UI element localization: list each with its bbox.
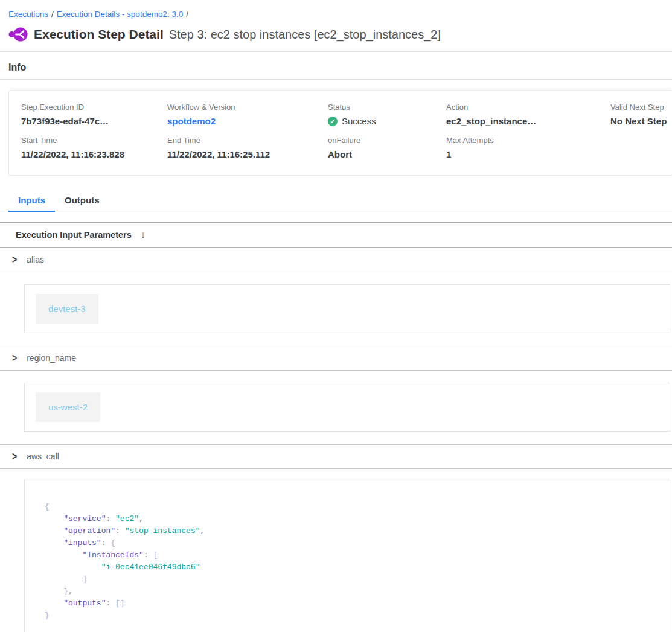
param-section-aws-call: > aws_call { "service": "ec2", "operatio…	[0, 444, 672, 632]
field-value: 11/22/2022, 11:16:23.828	[21, 149, 167, 159]
code-block: { "service": "ec2", "operation": "stop_i…	[45, 501, 658, 622]
field-action: Action ec2_stop_instance…	[446, 103, 610, 126]
field-value: 11/22/2022, 11:16:25.112	[167, 149, 328, 159]
field-label: End Time	[167, 136, 328, 145]
section-content: devtest-3	[24, 284, 670, 333]
info-section-heading: Info	[8, 62, 672, 73]
section-name: alias	[27, 255, 44, 264]
breadcrumb-separator: /	[186, 10, 188, 19]
tab-outputs[interactable]: Outputs	[55, 195, 109, 212]
tab-bar: Inputs Outputs	[0, 195, 672, 212]
field-valid-next-step: Valid Next Step No Next Step	[610, 103, 672, 126]
breadcrumb-link-executions[interactable]: Executions	[8, 10, 48, 19]
field-value: No Next Step	[610, 116, 672, 126]
param-section-alias: > alias devtest-3	[0, 248, 672, 333]
breadcrumb-link-execution-details[interactable]: Execution Details - spotdemo2: 3.0	[57, 10, 183, 19]
field-start-time: Start Time 11/22/2022, 11:16:23.828	[21, 136, 167, 159]
status-badge: ✓ Success	[328, 116, 446, 126]
breadcrumb-separator: /	[51, 10, 54, 19]
field-onfailure: onFailure Abort	[328, 136, 446, 159]
field-value: Abort	[328, 149, 446, 159]
page-header: Execution Step Detail Step 3: ec2 stop i…	[8, 27, 672, 42]
section-name: region_name	[27, 353, 76, 363]
execution-step-detail-page: Executions/Execution Details - spotdemo2…	[0, 0, 672, 632]
field-status: Status ✓ Success	[328, 103, 446, 126]
field-value: ec2_stop_instance…	[446, 116, 610, 126]
page-title: Execution Step Detail	[34, 27, 164, 42]
field-label: Action	[446, 103, 610, 112]
page-subtitle: Step 3: ec2 stop instances [ec2_stop_ins…	[169, 28, 441, 42]
section-header-aws-call[interactable]: > aws_call	[0, 444, 672, 469]
field-label: Step Execution ID	[21, 103, 167, 112]
execution-input-parameters-header: Execution Input Parameters ↓	[0, 223, 672, 248]
field-workflow-version: Workflow & Version spotdemo2	[167, 103, 328, 126]
tab-inputs[interactable]: Inputs	[8, 195, 55, 212]
field-label: onFailure	[328, 136, 446, 145]
field-label: Workflow & Version	[167, 103, 328, 112]
section-content: us-west-2	[24, 383, 670, 432]
section-header-region-name[interactable]: > region_name	[0, 346, 672, 371]
field-label: Valid Next Step	[610, 103, 672, 112]
workflow-brand-icon	[8, 27, 28, 42]
field-step-execution-id: Step Execution ID 7b73f93e-edaf-47c…	[21, 103, 167, 126]
section-header-alias[interactable]: > alias	[0, 248, 672, 272]
code-container: { "service": "ec2", "operation": "stop_i…	[24, 479, 670, 632]
workflow-link[interactable]: spotdemo2	[167, 116, 328, 126]
sort-down-arrow-icon[interactable]: ↓	[141, 229, 146, 240]
chevron-right-icon: >	[12, 352, 17, 364]
chevron-right-icon: >	[12, 450, 17, 462]
params-heading: Execution Input Parameters	[16, 230, 132, 240]
chevron-right-icon: >	[12, 254, 17, 266]
field-label: Max Attempts	[446, 136, 610, 145]
param-value-chip: devtest-3	[36, 294, 98, 324]
info-card: Step Execution ID 7b73f93e-edaf-47c… Wor…	[8, 90, 672, 176]
divider	[0, 79, 672, 80]
field-value: 7b73f93e-edaf-47c…	[21, 116, 167, 126]
param-value-chip: us-west-2	[36, 392, 100, 422]
breadcrumb: Executions/Execution Details - spotdemo2…	[0, 0, 672, 19]
divider	[0, 51, 672, 52]
field-label: Status	[328, 103, 446, 112]
param-section-region-name: > region_name us-west-2	[0, 346, 672, 432]
success-check-icon: ✓	[328, 117, 338, 126]
field-max-attempts: Max Attempts 1	[446, 136, 610, 159]
empty-cell	[610, 136, 672, 159]
field-end-time: End Time 11/22/2022, 11:16:25.112	[167, 136, 328, 159]
section-name: aws_call	[27, 452, 59, 461]
field-value: 1	[446, 149, 610, 159]
status-text: Success	[342, 116, 376, 126]
field-label: Start Time	[21, 136, 167, 145]
